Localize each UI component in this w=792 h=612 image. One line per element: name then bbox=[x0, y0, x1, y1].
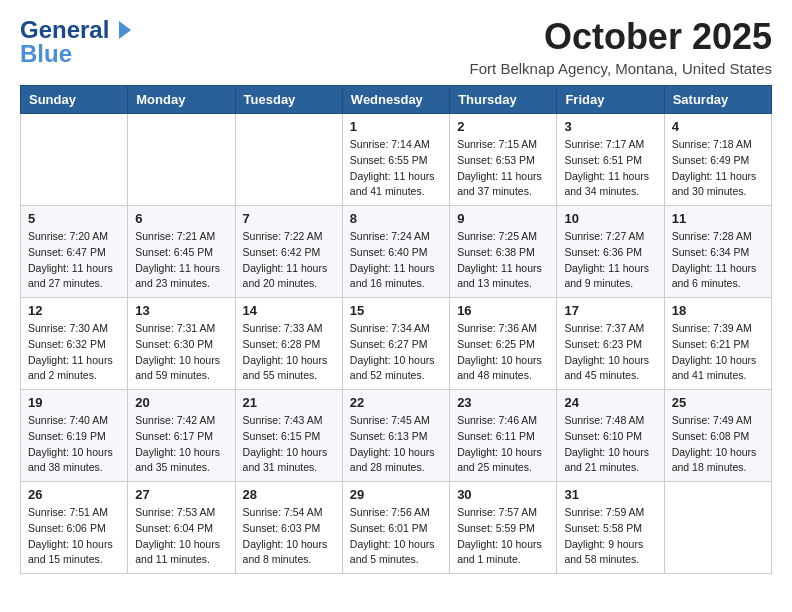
location: Fort Belknap Agency, Montana, United Sta… bbox=[470, 60, 772, 77]
calendar-day-21: 21Sunrise: 7:43 AM Sunset: 6:15 PM Dayli… bbox=[235, 390, 342, 482]
day-info: Sunrise: 7:17 AM Sunset: 6:51 PM Dayligh… bbox=[564, 137, 656, 200]
day-info: Sunrise: 7:39 AM Sunset: 6:21 PM Dayligh… bbox=[672, 321, 764, 384]
day-info: Sunrise: 7:43 AM Sunset: 6:15 PM Dayligh… bbox=[243, 413, 335, 476]
calendar-day-27: 27Sunrise: 7:53 AM Sunset: 6:04 PM Dayli… bbox=[128, 482, 235, 574]
day-info: Sunrise: 7:59 AM Sunset: 5:58 PM Dayligh… bbox=[564, 505, 656, 568]
calendar-day-25: 25Sunrise: 7:49 AM Sunset: 6:08 PM Dayli… bbox=[664, 390, 771, 482]
calendar-day-20: 20Sunrise: 7:42 AM Sunset: 6:17 PM Dayli… bbox=[128, 390, 235, 482]
day-info: Sunrise: 7:14 AM Sunset: 6:55 PM Dayligh… bbox=[350, 137, 442, 200]
day-number: 27 bbox=[135, 487, 227, 502]
calendar-header-saturday: Saturday bbox=[664, 86, 771, 114]
calendar-header-friday: Friday bbox=[557, 86, 664, 114]
calendar-day-8: 8Sunrise: 7:24 AM Sunset: 6:40 PM Daylig… bbox=[342, 206, 449, 298]
day-number: 15 bbox=[350, 303, 442, 318]
day-number: 6 bbox=[135, 211, 227, 226]
day-info: Sunrise: 7:51 AM Sunset: 6:06 PM Dayligh… bbox=[28, 505, 120, 568]
day-info: Sunrise: 7:40 AM Sunset: 6:19 PM Dayligh… bbox=[28, 413, 120, 476]
day-info: Sunrise: 7:36 AM Sunset: 6:25 PM Dayligh… bbox=[457, 321, 549, 384]
calendar-day-10: 10Sunrise: 7:27 AM Sunset: 6:36 PM Dayli… bbox=[557, 206, 664, 298]
day-info: Sunrise: 7:21 AM Sunset: 6:45 PM Dayligh… bbox=[135, 229, 227, 292]
calendar-day-19: 19Sunrise: 7:40 AM Sunset: 6:19 PM Dayli… bbox=[21, 390, 128, 482]
day-info: Sunrise: 7:31 AM Sunset: 6:30 PM Dayligh… bbox=[135, 321, 227, 384]
day-number: 13 bbox=[135, 303, 227, 318]
day-number: 16 bbox=[457, 303, 549, 318]
day-number: 8 bbox=[350, 211, 442, 226]
calendar-table: SundayMondayTuesdayWednesdayThursdayFrid… bbox=[20, 85, 772, 574]
day-info: Sunrise: 7:30 AM Sunset: 6:32 PM Dayligh… bbox=[28, 321, 120, 384]
logo: General Blue bbox=[20, 16, 133, 68]
day-number: 31 bbox=[564, 487, 656, 502]
logo-blue: Blue bbox=[20, 40, 72, 68]
calendar-header-sunday: Sunday bbox=[21, 86, 128, 114]
calendar-day-4: 4Sunrise: 7:18 AM Sunset: 6:49 PM Daylig… bbox=[664, 114, 771, 206]
day-info: Sunrise: 7:45 AM Sunset: 6:13 PM Dayligh… bbox=[350, 413, 442, 476]
day-info: Sunrise: 7:28 AM Sunset: 6:34 PM Dayligh… bbox=[672, 229, 764, 292]
day-info: Sunrise: 7:25 AM Sunset: 6:38 PM Dayligh… bbox=[457, 229, 549, 292]
day-info: Sunrise: 7:33 AM Sunset: 6:28 PM Dayligh… bbox=[243, 321, 335, 384]
day-number: 28 bbox=[243, 487, 335, 502]
day-number: 7 bbox=[243, 211, 335, 226]
day-number: 24 bbox=[564, 395, 656, 410]
day-info: Sunrise: 7:49 AM Sunset: 6:08 PM Dayligh… bbox=[672, 413, 764, 476]
calendar-day-15: 15Sunrise: 7:34 AM Sunset: 6:27 PM Dayli… bbox=[342, 298, 449, 390]
calendar-day-17: 17Sunrise: 7:37 AM Sunset: 6:23 PM Dayli… bbox=[557, 298, 664, 390]
calendar-day-16: 16Sunrise: 7:36 AM Sunset: 6:25 PM Dayli… bbox=[450, 298, 557, 390]
day-number: 21 bbox=[243, 395, 335, 410]
calendar-week-row: 26Sunrise: 7:51 AM Sunset: 6:06 PM Dayli… bbox=[21, 482, 772, 574]
title-block: October 2025 Fort Belknap Agency, Montan… bbox=[470, 16, 772, 77]
day-info: Sunrise: 7:53 AM Sunset: 6:04 PM Dayligh… bbox=[135, 505, 227, 568]
day-number: 19 bbox=[28, 395, 120, 410]
calendar-header-thursday: Thursday bbox=[450, 86, 557, 114]
calendar-day-13: 13Sunrise: 7:31 AM Sunset: 6:30 PM Dayli… bbox=[128, 298, 235, 390]
day-number: 25 bbox=[672, 395, 764, 410]
calendar-day-26: 26Sunrise: 7:51 AM Sunset: 6:06 PM Dayli… bbox=[21, 482, 128, 574]
day-number: 11 bbox=[672, 211, 764, 226]
calendar-day-22: 22Sunrise: 7:45 AM Sunset: 6:13 PM Dayli… bbox=[342, 390, 449, 482]
day-number: 5 bbox=[28, 211, 120, 226]
calendar-empty-cell bbox=[128, 114, 235, 206]
day-info: Sunrise: 7:48 AM Sunset: 6:10 PM Dayligh… bbox=[564, 413, 656, 476]
day-info: Sunrise: 7:27 AM Sunset: 6:36 PM Dayligh… bbox=[564, 229, 656, 292]
calendar-week-row: 5Sunrise: 7:20 AM Sunset: 6:47 PM Daylig… bbox=[21, 206, 772, 298]
day-info: Sunrise: 7:42 AM Sunset: 6:17 PM Dayligh… bbox=[135, 413, 227, 476]
calendar-day-2: 2Sunrise: 7:15 AM Sunset: 6:53 PM Daylig… bbox=[450, 114, 557, 206]
day-info: Sunrise: 7:37 AM Sunset: 6:23 PM Dayligh… bbox=[564, 321, 656, 384]
calendar-day-23: 23Sunrise: 7:46 AM Sunset: 6:11 PM Dayli… bbox=[450, 390, 557, 482]
day-info: Sunrise: 7:15 AM Sunset: 6:53 PM Dayligh… bbox=[457, 137, 549, 200]
calendar-empty-cell bbox=[21, 114, 128, 206]
calendar-day-3: 3Sunrise: 7:17 AM Sunset: 6:51 PM Daylig… bbox=[557, 114, 664, 206]
day-number: 26 bbox=[28, 487, 120, 502]
calendar-header-wednesday: Wednesday bbox=[342, 86, 449, 114]
calendar-day-5: 5Sunrise: 7:20 AM Sunset: 6:47 PM Daylig… bbox=[21, 206, 128, 298]
day-number: 30 bbox=[457, 487, 549, 502]
calendar-header-row: SundayMondayTuesdayWednesdayThursdayFrid… bbox=[21, 86, 772, 114]
day-info: Sunrise: 7:46 AM Sunset: 6:11 PM Dayligh… bbox=[457, 413, 549, 476]
day-info: Sunrise: 7:22 AM Sunset: 6:42 PM Dayligh… bbox=[243, 229, 335, 292]
day-info: Sunrise: 7:54 AM Sunset: 6:03 PM Dayligh… bbox=[243, 505, 335, 568]
calendar-day-6: 6Sunrise: 7:21 AM Sunset: 6:45 PM Daylig… bbox=[128, 206, 235, 298]
day-info: Sunrise: 7:56 AM Sunset: 6:01 PM Dayligh… bbox=[350, 505, 442, 568]
calendar-day-18: 18Sunrise: 7:39 AM Sunset: 6:21 PM Dayli… bbox=[664, 298, 771, 390]
page-header: General Blue October 2025 Fort Belknap A… bbox=[20, 16, 772, 77]
calendar-day-1: 1Sunrise: 7:14 AM Sunset: 6:55 PM Daylig… bbox=[342, 114, 449, 206]
day-number: 17 bbox=[564, 303, 656, 318]
calendar-empty-cell bbox=[664, 482, 771, 574]
day-number: 1 bbox=[350, 119, 442, 134]
calendar-day-31: 31Sunrise: 7:59 AM Sunset: 5:58 PM Dayli… bbox=[557, 482, 664, 574]
day-info: Sunrise: 7:20 AM Sunset: 6:47 PM Dayligh… bbox=[28, 229, 120, 292]
day-number: 29 bbox=[350, 487, 442, 502]
logo-icon bbox=[111, 19, 133, 41]
day-number: 20 bbox=[135, 395, 227, 410]
day-info: Sunrise: 7:18 AM Sunset: 6:49 PM Dayligh… bbox=[672, 137, 764, 200]
day-number: 4 bbox=[672, 119, 764, 134]
calendar-header-tuesday: Tuesday bbox=[235, 86, 342, 114]
day-number: 23 bbox=[457, 395, 549, 410]
day-info: Sunrise: 7:34 AM Sunset: 6:27 PM Dayligh… bbox=[350, 321, 442, 384]
calendar-day-9: 9Sunrise: 7:25 AM Sunset: 6:38 PM Daylig… bbox=[450, 206, 557, 298]
calendar-week-row: 1Sunrise: 7:14 AM Sunset: 6:55 PM Daylig… bbox=[21, 114, 772, 206]
calendar-header-monday: Monday bbox=[128, 86, 235, 114]
day-number: 18 bbox=[672, 303, 764, 318]
svg-marker-0 bbox=[119, 21, 131, 39]
calendar-week-row: 12Sunrise: 7:30 AM Sunset: 6:32 PM Dayli… bbox=[21, 298, 772, 390]
calendar-day-29: 29Sunrise: 7:56 AM Sunset: 6:01 PM Dayli… bbox=[342, 482, 449, 574]
